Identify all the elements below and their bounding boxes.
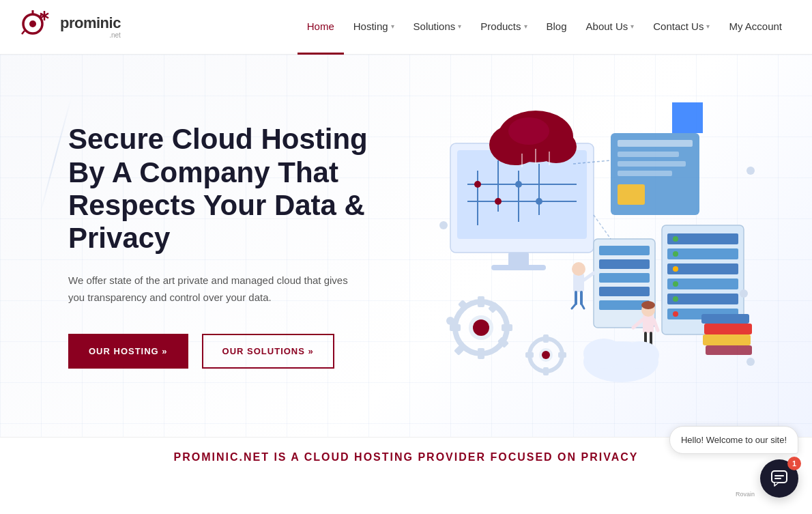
svg-rect-31 [618, 152, 679, 157]
svg-rect-49 [599, 246, 650, 255]
svg-line-91 [654, 319, 658, 330]
svg-rect-72 [543, 367, 549, 375]
logo-name: prominic [60, 16, 121, 31]
deco-line [39, 98, 72, 216]
svg-point-98 [439, 221, 448, 229]
svg-rect-20 [508, 253, 529, 266]
svg-rect-32 [618, 161, 686, 167]
svg-rect-61 [478, 348, 484, 359]
our-hosting-button[interactable]: OUR HOSTING » [68, 334, 188, 369]
hero-illustration [409, 102, 764, 389]
svg-point-96 [746, 167, 755, 175]
logo-net: .net [60, 32, 121, 39]
svg-rect-55 [704, 324, 752, 334]
hero-title: Secure Cloud Hosting By A Company That R… [68, 123, 409, 255]
hero-svg [409, 102, 764, 389]
chat-icon [770, 470, 788, 477]
svg-rect-34 [618, 184, 645, 205]
svg-line-4 [22, 31, 25, 34]
nav-item-my-account[interactable]: My Account [719, 0, 792, 55]
svg-rect-60 [478, 296, 484, 307]
svg-rect-83 [643, 314, 654, 333]
svg-point-99 [746, 358, 755, 366]
svg-point-85 [641, 301, 655, 309]
svg-rect-50 [599, 259, 650, 269]
svg-point-1 [29, 20, 36, 27]
chevron-down-icon: ▾ [630, 23, 634, 30]
logo-text: prominic .net [60, 16, 121, 39]
svg-point-16 [474, 181, 481, 188]
nav-item-solutions[interactable]: Solutions ▾ [404, 0, 472, 55]
svg-point-25 [508, 117, 549, 145]
svg-rect-74 [525, 352, 534, 358]
svg-point-19 [536, 198, 542, 205]
svg-rect-54 [703, 334, 751, 345]
svg-rect-76 [573, 273, 584, 292]
nav-item-hosting[interactable]: Hosting ▾ [344, 0, 404, 55]
chat-badge: 1 [787, 457, 801, 470]
svg-point-68 [473, 319, 489, 336]
svg-point-43 [673, 251, 678, 257]
svg-point-47 [673, 311, 678, 317]
svg-rect-33 [618, 171, 672, 176]
svg-point-46 [673, 296, 678, 302]
nav-item-products[interactable]: Products ▾ [471, 0, 536, 55]
svg-point-97 [740, 289, 748, 298]
chat-button[interactable]: 1 [760, 459, 798, 477]
svg-point-77 [572, 262, 585, 276]
chevron-down-icon: ▾ [706, 23, 710, 30]
svg-point-18 [515, 181, 522, 188]
svg-line-78 [584, 273, 594, 280]
svg-point-45 [673, 281, 678, 287]
main-nav: Home Hosting ▾ Solutions ▾ Products ▾ Bl… [298, 0, 792, 55]
svg-rect-62 [502, 324, 512, 331]
svg-rect-56 [701, 314, 749, 324]
svg-line-81 [572, 304, 576, 309]
hero-section: Secure Cloud Hosting By A Company That R… [0, 55, 812, 437]
chevron-down-icon: ▾ [391, 23, 394, 30]
svg-line-82 [581, 304, 584, 309]
nav-item-contact-us[interactable]: Contact Us ▾ [643, 0, 719, 55]
chevron-down-icon: ▾ [524, 23, 527, 30]
our-solutions-button[interactable]: OUR SOLUTIONS » [202, 334, 334, 369]
svg-rect-73 [558, 352, 566, 358]
svg-rect-30 [618, 140, 693, 147]
header: prominic .net Home Hosting ▾ Solutions ▾… [0, 0, 812, 55]
logo-icon [20, 10, 55, 44]
chat-bubble: Hello! Welcome to our site! [669, 426, 798, 454]
bottom-banner-text: PROMINIC.NET IS A CLOUD HOSTING PROVIDER… [55, 451, 757, 463]
svg-rect-21 [491, 265, 546, 270]
chat-widget: Hello! Welcome to our site! Rovain 1 [669, 426, 798, 477]
logo[interactable]: prominic .net [20, 10, 130, 44]
nav-item-blog[interactable]: Blog [537, 0, 577, 55]
hero-subtitle: We offer state of the art private and ma… [68, 272, 355, 306]
nav-item-home[interactable]: Home [298, 0, 344, 55]
svg-line-101 [594, 215, 611, 239]
svg-point-75 [542, 351, 550, 359]
svg-rect-71 [543, 334, 549, 343]
svg-rect-51 [599, 273, 650, 283]
chevron-down-icon: ▾ [458, 23, 461, 30]
svg-point-17 [495, 198, 502, 205]
svg-rect-52 [599, 287, 650, 296]
hero-text-area: Secure Cloud Hosting By A Company That R… [68, 123, 409, 368]
svg-point-95 [446, 317, 454, 325]
svg-point-42 [673, 236, 678, 242]
svg-rect-63 [450, 324, 461, 331]
hero-buttons: OUR HOSTING » OUR SOLUTIONS » [68, 334, 409, 369]
svg-point-44 [673, 266, 678, 272]
nav-item-about-us[interactable]: About Us ▾ [577, 0, 644, 55]
svg-point-93 [583, 339, 624, 369]
svg-rect-57 [706, 345, 752, 355]
svg-point-94 [621, 341, 659, 369]
